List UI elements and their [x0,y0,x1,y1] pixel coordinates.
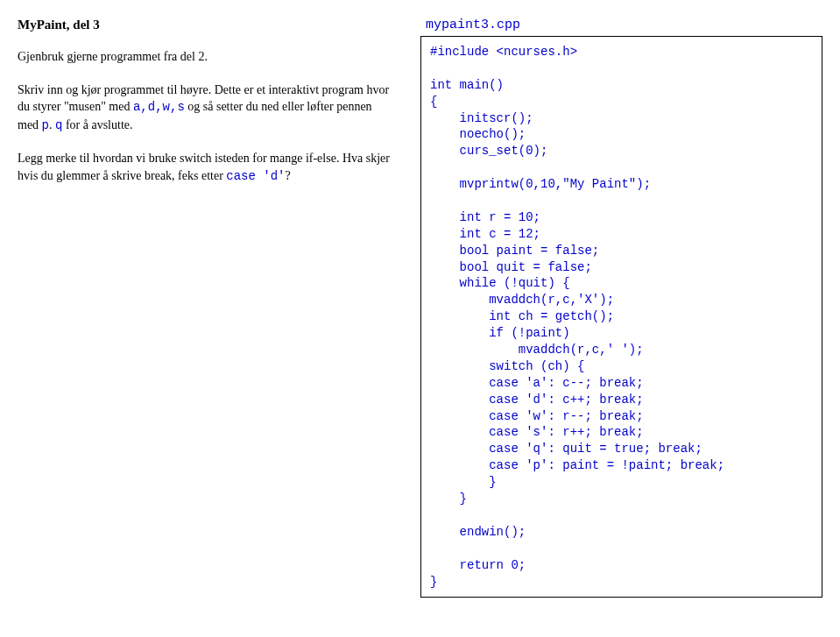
p2-code-2: p [42,118,49,132]
p3-code-1: case 'd' [226,169,285,183]
title: MyPaint, del 3 [18,18,394,32]
p3-text-2: ? [286,169,291,182]
paragraph-2: Skriv inn og kjør programmet til høyre. … [18,81,394,135]
right-column: mypaint3.cpp #include <ncurses.h> int ma… [420,18,822,598]
code-filename: mypaint3.cpp [420,18,822,32]
p2-code-1: a,d,w,s [133,100,185,114]
p2-text-4: for å avslutte. [62,118,132,131]
paragraph-3: Legg merke til hvordan vi bruke switch i… [18,150,394,185]
p2-text-3: . [49,118,55,131]
left-column: MyPaint, del 3 Gjenbruk gjerne programme… [18,18,394,598]
p3-text-1: Legg merke til hvordan vi bruke switch i… [18,152,390,182]
code-block: #include <ncurses.h> int main() { initsc… [420,36,822,598]
paragraph-1: Gjenbruk gjerne programmet fra del 2. [18,48,394,66]
page: MyPaint, del 3 Gjenbruk gjerne programme… [18,18,822,598]
